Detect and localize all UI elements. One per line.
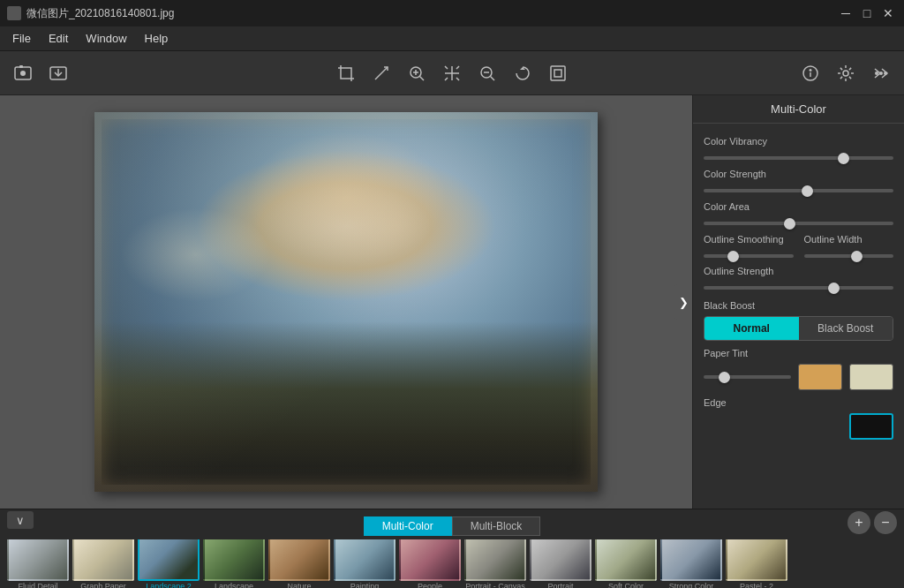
thumb-label-nature: Nature [287,582,311,588]
thumb-people[interactable]: People [399,539,461,588]
window-title: 微信图片_20210816140801.jpg [26,6,174,21]
color-area-slider[interactable] [704,222,893,225]
black-boost-toggle: Normal Black Boost [704,316,893,341]
outline-width-label: Outline Width [804,234,894,245]
svg-line-8 [420,76,425,80]
paper-tint-slider[interactable] [704,375,791,379]
black-boost-button[interactable]: Black Boost [799,317,893,340]
outline-strength-label: Outline Strength [704,266,893,276]
color-vibrancy-label: Color Vibrancy [704,136,893,147]
thumb-strong-color[interactable]: Strong Color [660,539,722,588]
bottom-bar: ∨ Multi-Color Multi-Block + − Fluid Deta… [0,509,904,588]
panel-toggle-button[interactable]: ❯ [674,284,692,320]
toolbar-right [795,57,897,89]
artwork-canvas [94,112,598,492]
main-area: ❯ Multi-Color Color Vibrancy Color Stren… [0,95,904,509]
outline-width-slider[interactable] [804,254,894,258]
straighten-tool-button[interactable] [365,57,397,89]
svg-rect-12 [551,66,565,80]
remove-preset-button[interactable]: − [874,511,897,534]
outline-strength-slider[interactable] [704,286,893,290]
add-preset-button[interactable]: + [848,511,870,534]
fullscreen-button[interactable] [542,57,574,89]
settings-button[interactable] [830,57,862,89]
title-bar: 微信图片_20210816140801.jpg ─ □ ✕ [0,0,904,26]
crop-tool-button[interactable] [330,57,362,89]
canvas-area: ❯ [0,95,692,509]
paper-tint-row [704,364,893,390]
thumb-img-people [399,539,461,581]
thumbnails-row: Fluid Detail Graph Paper Landscape 2 Lan… [0,539,904,588]
menu-help[interactable]: Help [136,28,177,49]
edge-label: Edge [704,397,893,408]
thumb-img-landscape [203,539,265,581]
menu-bar: File Edit Window Help [0,26,904,51]
multi-block-tab[interactable]: Multi-Block [452,516,541,536]
svg-rect-2 [19,65,23,68]
close-button[interactable]: ✕ [879,4,897,22]
menu-window[interactable]: Window [77,28,135,49]
thumb-label-soft-color: Soft Color [608,582,644,588]
menu-file[interactable]: File [4,28,40,49]
thumb-fluid-detail[interactable]: Fluid Detail [7,539,69,588]
thumb-img-landscape-2 [138,539,200,581]
collapse-button[interactable]: ∨ [7,511,34,529]
export-button[interactable] [865,57,897,89]
color-area-label: Color Area [704,201,893,212]
thumb-img-graph-paper [72,539,134,581]
info-button[interactable] [795,57,826,89]
rotate-button[interactable] [507,57,539,89]
thumb-label-painting: Painting [350,582,380,588]
panel-title: Multi-Color [693,95,904,124]
thumb-img-portrait-canvas [464,539,526,581]
thumb-label-landscape: Landscape [215,582,253,588]
photo-tool-button[interactable] [7,57,39,89]
thumb-label-strong-color: Strong Color [669,582,714,588]
toolbar [0,51,904,95]
normal-button[interactable]: Normal [704,317,799,340]
cream-color-swatch[interactable] [849,364,893,390]
svg-point-17 [843,71,848,76]
toolbar-left [7,57,74,89]
sliders-section: Color Vibrancy Color Strength Color Area… [693,124,904,447]
thumb-img-soft-color [595,539,657,581]
color-strength-label: Color Strength [704,169,893,179]
toolbar-center [330,57,574,89]
window-controls: ─ □ ✕ [837,4,897,22]
zoom-out-button[interactable] [471,57,503,89]
thumb-portrait[interactable]: Portrait [530,539,591,588]
thumb-landscape[interactable]: Landscape [203,539,265,588]
thumb-soft-color[interactable]: Soft Color [595,539,657,588]
thumb-landscape-2[interactable]: Landscape 2 [138,539,200,588]
svg-point-16 [810,69,811,71]
bottom-tabs: Multi-Color Multi-Block [364,513,541,538]
color-vibrancy-slider[interactable] [704,156,893,160]
app-icon [7,6,21,20]
maximize-button[interactable]: □ [858,4,876,22]
outline-smoothing-slider[interactable] [704,254,794,258]
import-tool-button[interactable] [42,57,74,89]
paper-tint-label: Paper Tint [704,348,893,358]
thumb-graph-paper[interactable]: Graph Paper [72,539,134,588]
outline-smoothing-label: Outline Smoothing [704,234,794,245]
thumb-img-fluid-detail [7,539,69,581]
thumb-portrait-canvas[interactable]: Portrait - Canvas [464,539,526,588]
edge-color-swatch[interactable] [849,413,893,440]
menu-edit[interactable]: Edit [40,28,77,49]
paper-effect [94,112,598,492]
right-panel: Multi-Color Color Vibrancy Color Strengt… [692,95,904,509]
thumb-label-portrait-canvas: Portrait - Canvas [465,582,525,588]
minimize-button[interactable]: ─ [837,4,855,22]
thumb-painting[interactable]: Painting [334,539,396,588]
multi-color-tab[interactable]: Multi-Color [364,516,452,536]
thumb-label-graph-paper: Graph Paper [80,582,126,588]
pan-button[interactable] [436,57,468,89]
warm-color-swatch[interactable] [798,364,842,390]
thumb-nature[interactable]: Nature [268,539,330,588]
thumb-img-pastel-2 [726,539,787,581]
zoom-in-button[interactable] [401,57,433,89]
black-boost-label: Black Boost [704,300,893,311]
color-strength-slider[interactable] [704,189,893,192]
thumb-pastel-2[interactable]: Pastel - 2 [726,539,787,588]
thumb-img-strong-color [660,539,722,581]
